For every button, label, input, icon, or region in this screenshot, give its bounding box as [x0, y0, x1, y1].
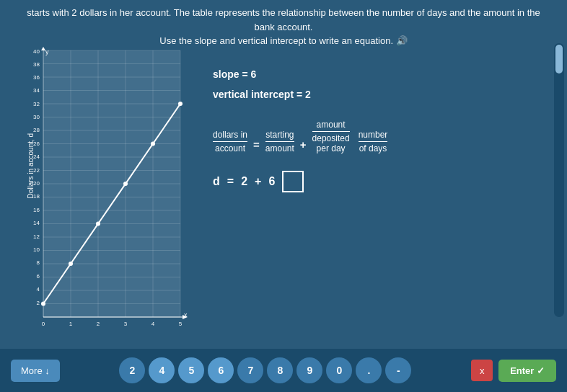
header-line1: starts with 2 dollars in her account. Th… [22, 6, 545, 34]
svg-text:32: 32 [33, 101, 40, 107]
action-buttons: x Enter ✓ [471, 360, 556, 382]
svg-text:36: 36 [33, 74, 40, 81]
svg-text:20: 20 [33, 180, 40, 187]
num-btn-2[interactable]: 2 [119, 357, 145, 383]
svg-text:38: 38 [33, 61, 40, 68]
main-area: Dollars in account, d [0, 40, 567, 349]
more-button[interactable]: More ↓ [11, 360, 60, 382]
two-value: 2 [241, 175, 247, 188]
svg-text:12: 12 [33, 233, 40, 240]
clear-button[interactable]: x [471, 360, 493, 381]
per-day-label: per day [317, 143, 346, 153]
six-value: 6 [268, 175, 275, 188]
svg-text:1: 1 [69, 321, 73, 327]
svg-text:26: 26 [33, 141, 40, 147]
svg-text:0: 0 [42, 321, 45, 327]
num-btn-8[interactable]: 8 [267, 357, 293, 383]
svg-text:5: 5 [179, 321, 183, 327]
num-btn-6[interactable]: 6 [208, 357, 234, 383]
plus-sign-2: + [255, 175, 261, 188]
svg-point-65 [178, 102, 183, 106]
starting-label: starting [265, 130, 294, 140]
svg-point-63 [123, 182, 128, 186]
graph-svg: 40 38 36 34 32 30 28 26 24 22 20 18 16 1… [29, 47, 188, 328]
svg-text:10: 10 [33, 246, 40, 253]
amount-label-1: amount [265, 143, 294, 153]
svg-point-62 [96, 222, 100, 226]
enter-button[interactable]: Enter ✓ [498, 360, 556, 382]
plus-sign-1: + [300, 138, 307, 151]
dollars-in-label: dollars in [213, 130, 247, 140]
svg-text:18: 18 [33, 193, 40, 200]
dollars-fraction: dollars in account [213, 130, 247, 153]
number-label: number [359, 130, 388, 140]
svg-text:8: 8 [37, 259, 40, 266]
svg-text:34: 34 [33, 87, 40, 94]
num-btn-0[interactable]: 0 [326, 357, 352, 383]
svg-text:4: 4 [151, 321, 155, 327]
graph-container: Dollars in account, d [11, 43, 198, 346]
num-btn-dot[interactable]: . [356, 357, 382, 383]
equals-sign-2: = [227, 175, 234, 188]
svg-point-60 [41, 302, 45, 306]
number-buttons: 2 4 5 6 7 8 9 0 . - [119, 357, 411, 383]
svg-text:6: 6 [37, 273, 40, 280]
d-variable: d [213, 175, 220, 188]
svg-text:y: y [45, 48, 49, 55]
svg-point-61 [69, 262, 73, 266]
svg-text:2: 2 [37, 300, 40, 306]
svg-text:22: 22 [33, 167, 40, 174]
num-btn-4[interactable]: 4 [149, 357, 175, 383]
intercept-info: vertical intercept = 2 [213, 89, 553, 100]
deposited-fraction: amount deposited per day [312, 120, 350, 153]
num-btn-9[interactable]: 9 [296, 357, 322, 383]
num-btn-minus[interactable]: - [385, 357, 411, 383]
equals-sign-1: = [253, 138, 260, 151]
right-content: slope = 6 vertical intercept = 2 dollars… [198, 40, 567, 349]
svg-text:28: 28 [33, 127, 40, 133]
svg-text:14: 14 [33, 220, 40, 226]
svg-text:40: 40 [33, 48, 40, 55]
deposited-label: deposited [312, 133, 350, 143]
svg-text:24: 24 [33, 153, 40, 160]
number-fraction: number of days [359, 130, 388, 153]
svg-text:2: 2 [97, 321, 100, 327]
svg-text:16: 16 [33, 207, 40, 213]
slope-info: slope = 6 [213, 68, 553, 80]
starting-fraction: starting amount [265, 130, 294, 153]
num-btn-5[interactable]: 5 [178, 357, 204, 383]
svg-text:30: 30 [33, 114, 40, 120]
account-label: account [215, 143, 245, 153]
of-days-label: of days [359, 143, 387, 153]
amount-label-2: amount [317, 120, 346, 130]
svg-point-64 [151, 142, 155, 146]
num-btn-7[interactable]: 7 [237, 357, 263, 383]
bottom-bar: More ↓ 2 4 5 6 7 8 9 0 . - x Enter ✓ [0, 349, 567, 392]
answer-input-box[interactable] [282, 171, 304, 192]
svg-text:4: 4 [37, 286, 40, 293]
svg-text:3: 3 [124, 321, 128, 327]
